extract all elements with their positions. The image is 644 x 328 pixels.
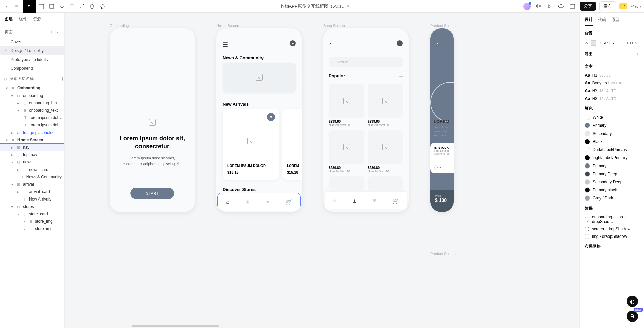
document-title[interactable]: 购物APP原型交互线框图（来自… ▾ (108, 3, 521, 9)
layer-search-input[interactable] (9, 76, 60, 81)
layer-store-card[interactable]: ▾▯store_card (0, 210, 64, 218)
present-button[interactable] (546, 2, 554, 10)
layer-stores[interactable]: ▾⊟stores (0, 203, 64, 210)
share-button[interactable]: 分享 (580, 2, 596, 11)
avatar-icon[interactable] (397, 40, 403, 46)
layer-onboarding-btn[interactable]: ▸⊟onboarding_btn (0, 99, 64, 107)
cart-icon[interactable]: 🛒 (393, 197, 399, 204)
menu-button[interactable]: ≡ (13, 2, 21, 10)
shop-screen[interactable]: ‹ ⌕Search Popular ☰ $239.80 Nike Air Max… (323, 28, 409, 212)
tab-components[interactable]: 组件 (19, 16, 27, 25)
back-icon[interactable]: ‹ (436, 41, 438, 47)
layer-homescreen-frame[interactable]: ▾#Home Screen (0, 136, 64, 144)
color-secondary[interactable]: Secondary (580, 130, 644, 138)
cloud-button[interactable] (557, 2, 565, 10)
layer-onboarding-text[interactable]: ▾⊟onboarding_text (0, 107, 64, 114)
fill-tool[interactable] (58, 2, 66, 10)
publish-button[interactable]: 发布 (599, 1, 616, 11)
color-white[interactable]: White (580, 113, 644, 121)
layer-nav[interactable]: ▸⊟nav (0, 144, 64, 151)
arrival-card-2[interactable]: LOREM $15.18 (282, 109, 302, 180)
color-black[interactable]: Black (580, 138, 644, 146)
tab-code[interactable]: 代码 (598, 17, 606, 26)
add-page-button[interactable]: ＋ (49, 29, 53, 35)
page-item-components[interactable]: Components (0, 64, 64, 73)
product-card[interactable]: $239.80 Nike Air Max 90 (368, 84, 403, 127)
bottom-nav[interactable]: ⌂ ⊞ ♥ 🛒 (218, 193, 300, 211)
layer-top-nav[interactable]: ▸▯top_nav (0, 151, 64, 158)
start-button[interactable]: START (130, 188, 174, 199)
effect-img-shadow[interactable]: img - draopShadow (580, 233, 644, 240)
page-item-cover[interactable]: Cover (0, 38, 64, 46)
hamburger-icon[interactable]: ☰ (223, 41, 228, 48)
avatar-icon[interactable]: ● (290, 40, 296, 46)
layer-image-placeholder[interactable]: ▸◇Image placeholder (0, 129, 64, 136)
page-item-design-lo[interactable]: Deisgn / Lo fidelity (0, 46, 64, 55)
panel-toggle[interactable] (568, 2, 576, 10)
color-primary-black[interactable]: Primary black (580, 186, 644, 194)
home-screen[interactable]: ☰ ● News & Community New Arrivals ♥ LORE… (216, 28, 302, 212)
text-style-body[interactable]: AaBody text20 / 30 (580, 79, 644, 87)
layer-arrival-card[interactable]: ▸⊟arrvial_card (0, 188, 64, 195)
layer-store-img-2[interactable]: ▸⊟store_img (0, 225, 64, 232)
layer-news-card[interactable]: ▸⊟news_card (0, 166, 64, 173)
text-tool[interactable]: T (68, 2, 76, 10)
layer-lorem-1[interactable]: TLorem ipsum dol… (0, 114, 64, 121)
text-style-h3[interactable]: AaH312 / AUTO (580, 95, 644, 102)
theme-toggle-button[interactable]: ◐ (627, 296, 638, 307)
search-field[interactable]: ⌕Search (329, 57, 403, 67)
layer-store-img-1[interactable]: ▸⊟store_img (0, 218, 64, 225)
frame-tool[interactable] (38, 2, 46, 10)
effect-onboarding-shadow[interactable]: onboarding - icon - dropShad… (580, 213, 644, 225)
back-button[interactable]: ‹ (3, 2, 11, 10)
color-secondary-deep[interactable]: Secondary Deep (580, 178, 644, 186)
plan-badge[interactable]: T7 (619, 3, 627, 9)
news-card[interactable] (223, 63, 296, 92)
tab-prototype[interactable]: 原型 (611, 17, 619, 26)
grid-icon[interactable]: ⊞ (352, 197, 357, 204)
plugins-button[interactable] (534, 2, 542, 10)
frame4-label[interactable]: Product Screen (430, 24, 456, 28)
home-icon[interactable]: ⌂ (226, 199, 229, 205)
hand-tool[interactable] (88, 2, 96, 10)
back-icon[interactable]: ‹ (329, 41, 331, 47)
add-export-button[interactable]: ＋ (635, 51, 639, 57)
cart-icon[interactable]: 🛒 (286, 199, 292, 205)
color-dark-label-primary[interactable]: Dark/Label/Primary (580, 146, 644, 154)
layer-onboarding-group[interactable]: ▾⊟onboarding (0, 92, 64, 99)
layer-lorem-2[interactable]: TLorem ipsum dol… (0, 121, 64, 129)
heart-nav-icon[interactable]: ♥ (266, 199, 270, 205)
layer-onboarding-frame[interactable]: ▾#Onboarding (0, 84, 64, 92)
home-icon[interactable]: ⌂ (333, 197, 336, 204)
canvas[interactable]: Onboarding Lorem ipsum dolor sit, consec… (65, 13, 579, 328)
pen-tool[interactable] (78, 2, 86, 10)
layer-news[interactable]: ▾⊟news (0, 158, 64, 166)
text-style-h1[interactable]: AaH135 / 50 (580, 71, 644, 79)
color-light-label-primary[interactable]: Light/Label/Primary (580, 154, 644, 162)
frame1-label[interactable]: Onboarding (110, 24, 129, 28)
product-card[interactable]: $239.80 Nike Air Max 90 (329, 130, 364, 173)
frame4b-label[interactable]: Product Screen (430, 252, 456, 256)
frame3-label[interactable]: Shop Screen (323, 24, 345, 28)
comment-tool[interactable] (98, 2, 106, 10)
effect-screen-shadow[interactable]: screen - dropShadow (580, 225, 644, 233)
product-card[interactable] (368, 176, 403, 190)
collaborator-avatar[interactable] (523, 3, 531, 10)
zoom-control[interactable]: 74% ▾ (630, 4, 641, 9)
color-gray-dark[interactable]: Gray / Dark (580, 194, 644, 202)
frame2-label[interactable]: Home Screen (216, 24, 239, 28)
tab-layers[interactable]: 图层 (5, 16, 13, 25)
filter-icon[interactable]: ☰ (399, 74, 403, 79)
heart-nav-icon[interactable]: ♥ (373, 197, 376, 204)
page-item-prototype-lo[interactable]: Prototype / Lo fidelity (0, 55, 64, 64)
rect-tool[interactable] (48, 2, 56, 10)
horizontal-scrollbar[interactable] (132, 325, 219, 327)
color-primary-deep[interactable]: Primary Deep (580, 170, 644, 178)
grid-icon[interactable]: ⊞ (245, 199, 250, 205)
layer-new-arrivals[interactable]: TNew Arrivals (0, 195, 64, 203)
heart-icon[interactable]: ♥ (267, 113, 275, 121)
move-tool[interactable] (23, 0, 36, 13)
color-primary-2[interactable]: Primary (580, 162, 644, 170)
ai-assistant-button[interactable]: 🗎NEW (627, 311, 638, 322)
product-card[interactable] (329, 176, 364, 190)
